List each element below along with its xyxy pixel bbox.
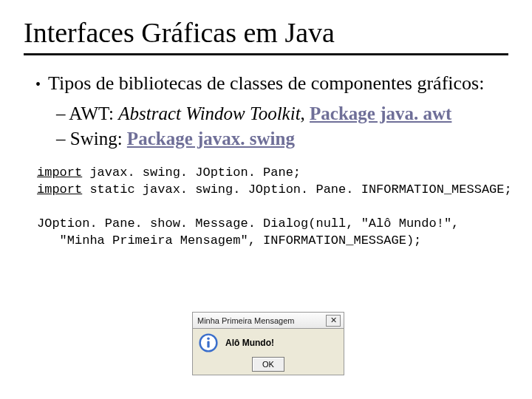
dialog-button-row: OK bbox=[193, 357, 344, 376]
close-button[interactable]: ✕ bbox=[326, 315, 341, 327]
link-javax-swing[interactable]: Package javax. swing bbox=[127, 129, 295, 149]
close-icon: ✕ bbox=[330, 316, 337, 324]
code-line1-rest: javax. swing. JOption. Pane; bbox=[82, 166, 301, 180]
code-kw-import-1: import bbox=[37, 166, 82, 180]
sub1-italic: Abstract Window Toolkit bbox=[118, 103, 300, 123]
dialog-message: Alô Mundo! bbox=[225, 338, 274, 348]
bullet-main: •Tipos de bibliotecas de classes de comp… bbox=[24, 72, 508, 96]
title-divider bbox=[24, 53, 508, 55]
slide-title: Interfaces Gráficas em Java bbox=[24, 18, 508, 49]
sub-bullet-swing: – Swing: Package javax. swing bbox=[24, 126, 508, 151]
information-icon bbox=[199, 333, 218, 352]
code-line2-rest: static javax. swing. JOption. Pane. INFO… bbox=[82, 183, 512, 197]
code-kw-import-2: import bbox=[37, 183, 82, 197]
dialog-content: Alô Mundo! bbox=[193, 329, 344, 357]
sub1-prefix: – AWT: bbox=[56, 103, 118, 123]
svg-rect-2 bbox=[207, 341, 209, 348]
dialog-title-text: Minha Primeira Mensagem bbox=[197, 316, 294, 325]
bullet-dot: • bbox=[35, 76, 41, 92]
code-line3: JOption. Pane. show. Message. Dialog(nul… bbox=[37, 216, 459, 231]
ok-button[interactable]: OK bbox=[252, 357, 284, 372]
dialog-titlebar: Minha Primeira Mensagem ✕ bbox=[192, 312, 344, 328]
slide-container: Interfaces Gráficas em Java •Tipos de bi… bbox=[0, 0, 532, 399]
sub1-sep: , bbox=[301, 103, 310, 123]
svg-point-1 bbox=[207, 338, 210, 341]
ok-button-label: OK bbox=[262, 360, 274, 369]
dialog-body: Alô Mundo! OK bbox=[192, 328, 344, 375]
bullet-main-text: Tipos de bibliotecas de classes de compo… bbox=[48, 72, 484, 94]
sub-bullet-awt: – AWT: Abstract Window Toolkit, Package … bbox=[24, 101, 508, 126]
link-java-awt[interactable]: Package java. awt bbox=[310, 103, 451, 123]
message-dialog: Minha Primeira Mensagem ✕ Alô Mundo! OK bbox=[192, 312, 344, 375]
code-block: import javax. swing. JOption. Pane; impo… bbox=[37, 165, 508, 250]
sub2-prefix: – Swing: bbox=[56, 129, 127, 149]
code-line4: "Minha Primeira Mensagem", INFORMATION_M… bbox=[37, 233, 421, 248]
